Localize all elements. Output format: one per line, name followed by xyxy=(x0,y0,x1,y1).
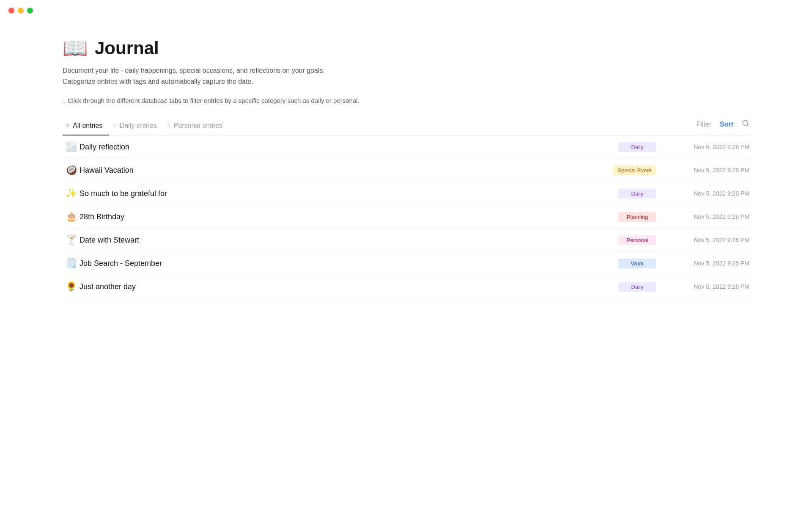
tabs-left: ≡ All entries ≡ Daily entries ≡ Personal… xyxy=(63,118,696,135)
entry-date: Nov 5, 2022 9:26 PM xyxy=(673,167,749,174)
entry-date: Nov 5, 2022 9:26 PM xyxy=(673,213,749,220)
tabs-right: Filter Sort xyxy=(696,119,749,133)
entry-tag: Daily xyxy=(618,282,656,292)
description-line1: Document your life - daily happenings, s… xyxy=(63,65,749,76)
entry-emoji: 🌫️ xyxy=(63,141,80,152)
search-button[interactable] xyxy=(742,119,749,129)
entry-date: Nov 5, 2022 9:26 PM xyxy=(673,144,749,150)
entry-tag: Personal xyxy=(618,235,656,245)
entry-title: Daily reflection xyxy=(80,143,618,152)
entry-title: So much to be grateful for xyxy=(80,189,618,198)
tab-daily-label: Daily entries xyxy=(120,122,157,130)
tabs-bar: ≡ All entries ≡ Daily entries ≡ Personal… xyxy=(63,118,749,135)
entry-tag: Daily xyxy=(618,189,656,199)
table-row[interactable]: 🎂 28th Birthday Planning Nov 5, 2022 9:2… xyxy=(63,205,749,229)
entry-emoji: 🍸 xyxy=(63,235,80,246)
entry-date: Nov 5, 2022 9:26 PM xyxy=(673,260,749,267)
table-row[interactable]: ✨ So much to be grateful for Daily Nov 5… xyxy=(63,182,749,205)
tab-personal-icon: ≡ xyxy=(167,122,170,129)
entries-list: 🌫️ Daily reflection Daily Nov 5, 2022 9:… xyxy=(63,135,749,298)
entry-emoji: 🥥 xyxy=(63,165,80,176)
entry-title: Date with Stewart xyxy=(80,236,618,245)
page-icon: 📖 xyxy=(63,38,88,58)
sort-button[interactable]: Sort xyxy=(720,121,733,128)
table-row[interactable]: 🍸 Date with Stewart Personal Nov 5, 2022… xyxy=(63,229,749,252)
entry-emoji: 🌻 xyxy=(63,281,80,292)
table-row[interactable]: 🌻 Just another day Daily Nov 5, 2022 9:2… xyxy=(63,275,749,298)
entry-title: Job Search - September xyxy=(80,259,618,268)
entry-tag: Planning xyxy=(618,212,656,222)
table-row[interactable]: 🥥 Hawaii Vacation Special Event Nov 5, 2… xyxy=(63,159,749,182)
entry-tag: Work xyxy=(618,259,656,268)
tab-personal-label: Personal entries xyxy=(174,122,223,130)
entry-date: Nov 5, 2022 9:26 PM xyxy=(673,190,749,197)
filter-button[interactable]: Filter xyxy=(696,121,711,128)
main-content: 📖 Journal Document your life - daily hap… xyxy=(0,21,812,315)
entry-tag: Daily xyxy=(618,142,656,152)
entry-date: Nov 5, 2022 9:26 PM xyxy=(673,237,749,243)
table-row[interactable]: 🌫️ Daily reflection Daily Nov 5, 2022 9:… xyxy=(63,135,749,159)
entry-title: 28th Birthday xyxy=(80,213,618,221)
entry-emoji: 🎂 xyxy=(63,211,80,222)
minimize-button[interactable] xyxy=(18,8,24,14)
page-hint: ↓ Click through the different database t… xyxy=(63,97,749,104)
close-button[interactable] xyxy=(8,8,14,14)
tab-all-icon: ≡ xyxy=(66,122,69,129)
description-line2: Categorize entries with tags and automat… xyxy=(63,76,749,87)
titlebar xyxy=(0,0,812,21)
entry-title: Just another day xyxy=(80,282,618,291)
tab-daily-icon: ≡ xyxy=(112,122,116,129)
svg-line-1 xyxy=(747,125,748,126)
tab-personal-entries[interactable]: ≡ Personal entries xyxy=(164,118,230,135)
maximize-button[interactable] xyxy=(27,8,33,14)
entry-tag: Special Event xyxy=(613,166,657,175)
entry-emoji: ✨ xyxy=(63,188,80,199)
entry-emoji: 🗒️ xyxy=(63,258,80,269)
page-header: 📖 Journal xyxy=(63,38,749,58)
table-row[interactable]: 🗒️ Job Search - September Work Nov 5, 20… xyxy=(63,252,749,275)
page-title: Journal xyxy=(95,38,159,58)
tab-daily-entries[interactable]: ≡ Daily entries xyxy=(109,118,163,135)
page-description: Document your life - daily happenings, s… xyxy=(63,65,749,87)
tab-all-label: All entries xyxy=(73,122,102,130)
entry-title: Hawaii Vacation xyxy=(80,166,613,175)
tab-all-entries[interactable]: ≡ All entries xyxy=(63,118,109,135)
entry-date: Nov 5, 2022 9:26 PM xyxy=(673,283,749,290)
